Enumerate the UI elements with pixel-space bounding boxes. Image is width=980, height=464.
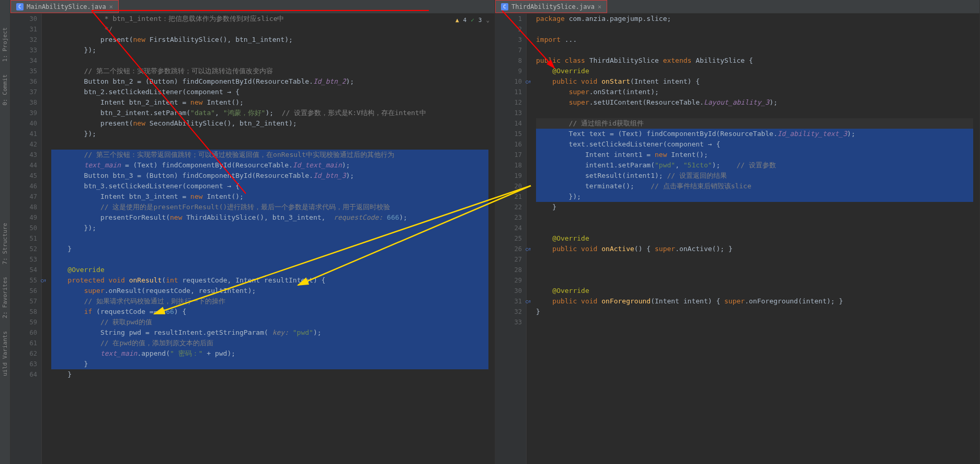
gutter-line-number[interactable]: 50 bbox=[10, 223, 37, 233]
code-line[interactable]: super.onStart(intent); bbox=[536, 87, 979, 97]
right-code-area[interactable]: package com.anzia.pagejump.slice;import … bbox=[527, 14, 979, 464]
gutter-line-number[interactable]: 45 bbox=[10, 171, 37, 181]
code-line[interactable]: import ... bbox=[536, 35, 979, 45]
gutter-line-number[interactable]: 34 bbox=[10, 55, 37, 66]
gutter-line-number[interactable]: 30 bbox=[10, 14, 37, 24]
code-line[interactable]: @Override bbox=[536, 286, 979, 296]
code-line[interactable]: super.setUIContent(ResourceTable.Layout_… bbox=[536, 97, 979, 108]
gutter-line-number[interactable]: 57 bbox=[10, 296, 37, 307]
toolbar-structure[interactable]: 7: Structure bbox=[2, 217, 8, 270]
code-line[interactable]: btn_2.setClickedListener(component → { bbox=[51, 87, 495, 97]
code-line[interactable] bbox=[536, 24, 979, 35]
code-line[interactable]: } bbox=[51, 359, 495, 369]
code-line[interactable]: protected void onResult(int requestCode,… bbox=[51, 275, 495, 286]
code-line[interactable]: */ bbox=[51, 24, 495, 35]
code-line[interactable]: } bbox=[536, 307, 979, 317]
code-line[interactable] bbox=[536, 317, 979, 327]
gutter-line-number[interactable]: 13 bbox=[495, 108, 522, 118]
gutter-line-number[interactable]: 19 bbox=[495, 171, 522, 181]
gutter-line-number[interactable]: 54 bbox=[10, 265, 37, 275]
inspection-widget[interactable]: ▲ 4 ✓ 3 ⌄ bbox=[455, 17, 489, 24]
code-line[interactable]: package com.anzia.pagejump.slice; bbox=[536, 14, 979, 24]
gutter-line-number[interactable]: 36 bbox=[10, 76, 37, 87]
gutter-line-number[interactable]: 12 bbox=[495, 97, 522, 108]
right-gutter[interactable]: 1237891011121314151617181920212223242526… bbox=[495, 14, 527, 464]
gutter-line-number[interactable]: 59 bbox=[10, 317, 37, 327]
code-line[interactable]: String pwd = resultIntent.getStringParam… bbox=[51, 327, 495, 338]
code-line[interactable]: }); bbox=[536, 191, 979, 202]
gutter-line-number[interactable]: 38 bbox=[10, 97, 37, 108]
gutter-line-number[interactable]: 11 bbox=[495, 87, 522, 97]
gutter-line-number[interactable]: 3 bbox=[495, 35, 522, 45]
code-line[interactable]: public void onStart(Intent intent) { bbox=[536, 76, 979, 87]
gutter-line-number[interactable]: 41 bbox=[10, 129, 37, 139]
gutter-line-number[interactable]: 18 bbox=[495, 160, 522, 171]
gutter-line-number[interactable]: 2 bbox=[495, 24, 522, 35]
code-line[interactable]: Intent btn_3_intent = new Intent(); bbox=[51, 191, 495, 202]
code-line[interactable]: public void onForeground(Intent intent) … bbox=[536, 296, 979, 307]
code-line[interactable]: presentForResult(new ThirdAbilitySlice()… bbox=[51, 212, 495, 223]
code-line[interactable] bbox=[51, 55, 495, 66]
code-line[interactable] bbox=[536, 254, 979, 265]
code-line[interactable]: // 通过组件id获取组件 bbox=[536, 118, 979, 129]
code-line[interactable] bbox=[536, 212, 979, 223]
code-line[interactable]: present(new FirstAbilitySlice(), btn_1_i… bbox=[51, 35, 495, 45]
gutter-line-number[interactable]: 48 bbox=[10, 202, 37, 212]
gutter-line-number[interactable]: 9 bbox=[495, 66, 522, 76]
code-line[interactable]: // 第三个按钮：实现带返回值跳转；可以通过校验返回值，在onResult中实现… bbox=[51, 150, 495, 160]
code-line[interactable]: @Override bbox=[51, 265, 495, 275]
left-editor-body[interactable]: 3031323334353637383940414243444546474849… bbox=[10, 14, 495, 464]
code-line[interactable]: btn_2_intent.setParam("data", "鸿蒙，你好"); … bbox=[51, 108, 495, 118]
code-line[interactable]: // 如果请求代码校验通过，则执行一下的操作 bbox=[51, 296, 495, 307]
code-line[interactable]: * btn_1_intent：把信息载体作为参数传到对应slice中 bbox=[51, 14, 495, 24]
code-line[interactable] bbox=[536, 265, 979, 275]
gutter-line-number[interactable]: 14 bbox=[495, 118, 522, 129]
toolbar-favorites[interactable]: 2: Favorites bbox=[2, 270, 8, 324]
gutter-line-number[interactable]: 62 bbox=[10, 348, 37, 359]
gutter-line-number[interactable]: 15 bbox=[495, 129, 522, 139]
code-line[interactable]: terminate(); // 点击事件结束后销毁该slice bbox=[536, 181, 979, 191]
gutter-line-number[interactable]: 55 bbox=[10, 275, 37, 286]
gutter-line-number[interactable]: 37 bbox=[10, 87, 37, 97]
gutter-line-number[interactable]: 47 bbox=[10, 191, 37, 202]
gutter-line-number[interactable]: 31 bbox=[495, 296, 522, 307]
code-line[interactable]: text_main.append(" 密码：" + pwd); bbox=[51, 348, 495, 359]
code-line[interactable]: // 获取pwd的值 bbox=[51, 317, 495, 327]
gutter-line-number[interactable]: 56 bbox=[10, 286, 37, 296]
code-line[interactable] bbox=[51, 233, 495, 244]
gutter-line-number[interactable]: 51 bbox=[10, 233, 37, 244]
code-line[interactable]: } bbox=[536, 202, 979, 212]
gutter-line-number[interactable]: 40 bbox=[10, 118, 37, 129]
code-line[interactable]: Intent intent1 = new Intent(); bbox=[536, 150, 979, 160]
toolbar-build-variants[interactable]: uild Variants bbox=[2, 325, 8, 382]
code-line[interactable]: public void onActive() { super.onActive(… bbox=[536, 244, 979, 254]
gutter-line-number[interactable]: 21 bbox=[495, 191, 522, 202]
gutter-line-number[interactable]: 30 bbox=[495, 286, 522, 296]
right-marker-strip[interactable] bbox=[973, 14, 979, 464]
code-line[interactable]: // 这是使用的是presentForResult()进行跳转，最后一个参数是请… bbox=[51, 202, 495, 212]
code-line[interactable]: public class ThirdAbilitySlice extends A… bbox=[536, 55, 979, 66]
code-line[interactable]: // 第二个按钮：实现带参数跳转；可以边跳转边传值改变内容 bbox=[51, 66, 495, 76]
code-line[interactable]: super.onResult(requestCode, resultIntent… bbox=[51, 286, 495, 296]
gutter-line-number[interactable]: 44 bbox=[10, 160, 37, 171]
code-line[interactable] bbox=[51, 254, 495, 265]
gutter-line-number[interactable]: 61 bbox=[10, 338, 37, 348]
toolbar-commit[interactable]: 0: Commit bbox=[2, 68, 8, 112]
gutter-line-number[interactable]: 20 bbox=[495, 181, 522, 191]
code-line[interactable]: Text text = (Text) findComponentById(Res… bbox=[536, 129, 979, 139]
gutter-line-number[interactable]: 32 bbox=[495, 307, 522, 317]
code-line[interactable]: Button btn_2 = (Button) findComponentByI… bbox=[51, 76, 495, 87]
tab-main-ability-slice[interactable]: C MainAbilitySlice.java × bbox=[10, 0, 119, 13]
code-line[interactable]: @Override bbox=[536, 233, 979, 244]
code-line[interactable]: btn_3.setClickedListener(component → { bbox=[51, 181, 495, 191]
gutter-line-number[interactable]: 29 bbox=[495, 275, 522, 286]
gutter-line-number[interactable]: 26 bbox=[495, 244, 522, 254]
code-line[interactable] bbox=[51, 139, 495, 150]
code-line[interactable]: // 在pwd的值，添加到原文本的后面 bbox=[51, 338, 495, 348]
gutter-line-number[interactable]: 27 bbox=[495, 254, 522, 265]
gutter-line-number[interactable]: 58 bbox=[10, 307, 37, 317]
gutter-line-number[interactable]: 17 bbox=[495, 150, 522, 160]
gutter-line-number[interactable]: 43 bbox=[10, 150, 37, 160]
gutter-line-number[interactable]: 24 bbox=[495, 223, 522, 233]
code-line[interactable]: text.setClickedListener(component → { bbox=[536, 139, 979, 150]
